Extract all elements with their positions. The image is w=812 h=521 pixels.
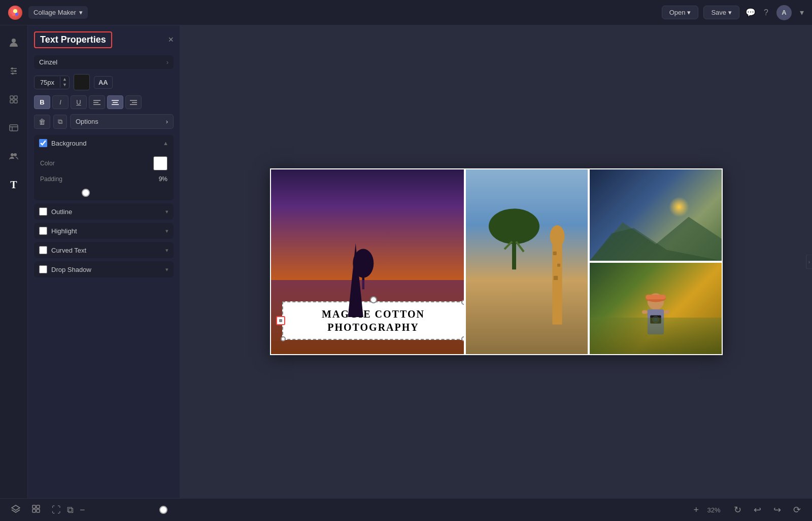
bottom-left-actions [8,502,44,518]
outline-label: Outline [51,208,161,216]
topbar: Collage Maker ▾ Open ▾ Save ▾ 💬 ? A ▾ [0,0,812,25]
padding-slider-container [40,188,167,195]
padding-slider[interactable] [40,192,167,194]
curved-text-chevron-icon: ▾ [165,247,168,254]
align-center-button[interactable] [107,95,123,109]
sidebar-item-grid[interactable] [5,90,23,109]
outline-checkbox[interactable] [39,207,47,216]
history-button[interactable]: ⟳ [790,502,804,517]
user-avatar-button[interactable]: A [776,5,792,20]
options-label: Options [76,118,98,125]
svg-rect-14 [10,125,18,131]
save-button[interactable]: Save ▾ [703,6,739,19]
canvas-right-arrow[interactable]: › [806,255,812,269]
text-transform-button[interactable]: AA [94,76,113,89]
text-resize-handle-bl[interactable] [281,336,286,341]
collage-cell-photographer[interactable] [590,263,722,354]
panel-close-button[interactable]: × [168,34,174,45]
help-icon-button[interactable]: ? [764,8,768,17]
app-logo [8,6,22,20]
svg-rect-53 [32,509,36,512]
padding-prop-row: Padding 9% [40,176,167,183]
redo-button[interactable]: ↪ [770,502,784,517]
svg-point-0 [13,9,17,13]
font-name-label: Cinzel [39,58,57,66]
text-icon: T [10,179,17,191]
highlight-chevron-icon: ▾ [165,228,168,234]
collage-container: MAGGIE COTTON PHOTOGRAPHY [270,168,723,355]
text-move-handle[interactable] [276,316,285,325]
delete-button[interactable]: 🗑 [34,115,50,129]
app-title-button[interactable]: Collage Maker ▾ [28,6,88,19]
topbar-icons: 💬 ? A ▾ [746,5,804,20]
text-overlay-box[interactable]: MAGGIE COTTON PHOTOGRAPHY [282,301,464,340]
refresh-button[interactable]: ↻ [731,502,745,517]
background-color-swatch[interactable] [153,156,167,170]
highlight-section-header[interactable]: Highlight ▾ [34,223,174,239]
svg-rect-48 [642,310,648,314]
fit-screen-button[interactable]: ⛶ [52,505,61,515]
undo-button[interactable]: ↩ [751,502,764,517]
outline-section-header[interactable]: Outline ▾ [34,203,174,220]
duplicate-button[interactable]: ⧉ [53,115,67,129]
overlay-text-content[interactable]: MAGGIE COTTON PHOTOGRAPHY [322,307,425,334]
drop-shadow-section: Drop Shadow ▾ [34,261,174,277]
zoom-slider[interactable] [91,509,688,511]
text-resize-handle-tr[interactable] [461,300,464,305]
sidebar-item-media[interactable] [5,119,23,137]
color-prop-row: Color [40,156,167,170]
font-size-input[interactable] [35,76,60,89]
underline-button[interactable]: U [71,95,87,109]
save-chevron-icon: ▾ [728,9,732,16]
font-size-up[interactable]: ▲ [60,77,69,82]
chat-icon-button[interactable]: 💬 [746,8,756,17]
zoom-out-button[interactable]: − [80,505,85,515]
svg-point-18 [14,153,17,156]
drop-shadow-section-header[interactable]: Drop Shadow ▾ [34,261,174,277]
curved-text-checkbox[interactable] [39,246,47,254]
more-icon-button[interactable]: ▾ [800,8,804,17]
open-button[interactable]: Open ▾ [662,6,699,19]
bottom-center-controls: ⛶ ⧉ − + 32% [52,505,723,515]
drop-shadow-checkbox[interactable] [39,265,47,273]
side-panel: Text Properties × Cinzel › ▲ ▼ AA B I U [28,25,180,498]
collage-cell-mountains[interactable] [590,169,722,261]
svg-rect-39 [557,263,560,266]
svg-rect-43 [646,295,666,299]
font-color-swatch[interactable] [74,74,90,90]
background-section-header[interactable]: Background ▲ [34,135,174,151]
background-section: Background ▲ Color Padding 9% [34,135,174,200]
svg-rect-13 [14,100,17,103]
font-selector[interactable]: Cinzel › [34,55,174,69]
background-checkbox[interactable] [39,139,47,147]
font-size-input-wrap: ▲ ▼ [34,76,70,89]
align-left-button[interactable] [89,95,105,109]
curved-text-section: Curved Text ▾ [34,242,174,258]
padding-label: Padding [40,176,62,183]
curved-text-section-header[interactable]: Curved Text ▾ [34,242,174,258]
app-title-chevron-icon: ▾ [79,9,83,16]
font-size-down[interactable]: ▼ [60,82,69,88]
zoom-in-button[interactable]: + [693,505,699,515]
options-button[interactable]: Options › [70,114,174,129]
drop-shadow-chevron-icon: ▾ [165,266,168,273]
svg-rect-38 [553,251,556,255]
bottom-right-actions: ↻ ↩ ↪ ⟳ [731,502,804,517]
sidebar-item-adjustments[interactable] [5,62,23,80]
sidebar-item-people[interactable] [5,147,23,165]
grid-view-button[interactable] [28,502,44,518]
collage-cell-giraffe[interactable] [466,169,588,354]
collage-cell-sunset[interactable]: MAGGIE COTTON PHOTOGRAPHY [271,169,464,354]
svg-rect-54 [37,509,40,512]
text-rotate-handle[interactable] [370,296,377,303]
highlight-checkbox[interactable] [39,227,47,235]
sidebar-item-text[interactable]: T [5,176,23,194]
align-right-button[interactable] [125,95,142,109]
sidebar-item-profile[interactable] [5,33,23,52]
crop-button[interactable]: ⧉ [67,505,74,515]
bold-button[interactable]: B [34,95,50,109]
collage: MAGGIE COTTON PHOTOGRAPHY [270,168,723,355]
layers-button[interactable] [8,502,23,518]
svg-rect-40 [553,275,557,280]
italic-button[interactable]: I [52,95,69,109]
